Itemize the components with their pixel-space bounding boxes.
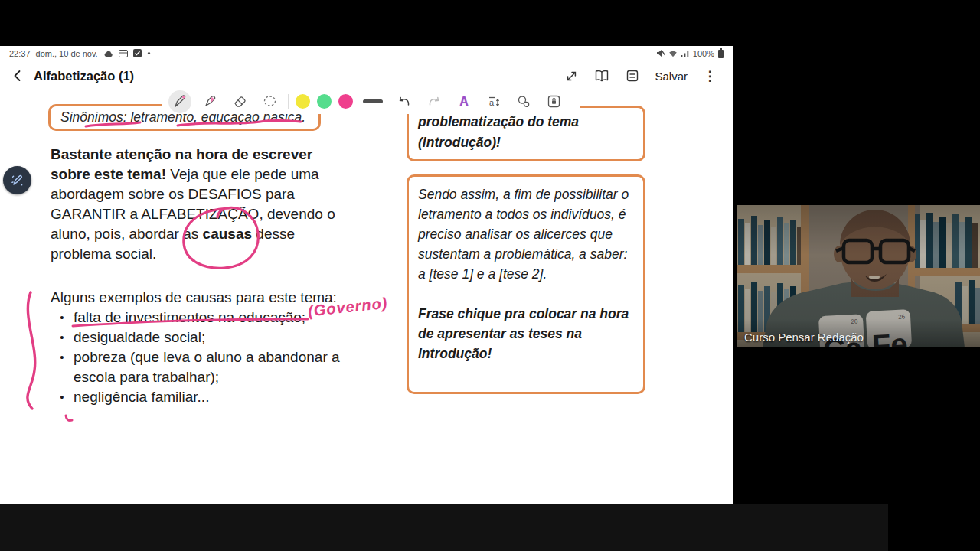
- note-title: Alfabetização (1): [34, 69, 134, 83]
- ink-left-bracket: [28, 292, 35, 409]
- list-item: •pobreza (que leva o aluno a abandonar a…: [51, 347, 357, 387]
- paragraph-segment: sobre este tema!: [51, 166, 166, 182]
- text-size-icon[interactable]: a: [482, 90, 505, 113]
- bullet-dot: •: [51, 387, 74, 407]
- color-green-swatch[interactable]: [317, 94, 332, 109]
- drawing-toolbar: A a: [162, 89, 580, 114]
- thesis-box: Sendo assim, a fim de possibilitar o let…: [407, 174, 645, 394]
- reading-mode-icon[interactable]: [590, 64, 613, 87]
- redo-icon[interactable]: [423, 90, 446, 113]
- page-list-icon[interactable]: [621, 64, 644, 87]
- battery-percent: 100%: [693, 49, 714, 58]
- fullscreen-icon[interactable]: [560, 64, 583, 87]
- toolbar-divider: [288, 94, 289, 109]
- webcam-scene: 20 26 Ca Fe: [737, 205, 980, 347]
- list-item-text: desigualdade social;: [74, 328, 357, 347]
- causes-bullets: •falta de investimentos na educação;•des…: [51, 308, 357, 407]
- paragraph-segment: causas: [203, 226, 252, 242]
- spen-air-command-button[interactable]: [3, 166, 31, 194]
- wifi-icon: [668, 50, 678, 57]
- paragraph-segment: desse: [252, 226, 295, 242]
- list-item: •desigualdade social;: [51, 328, 357, 347]
- bullet-dot: •: [51, 328, 74, 347]
- paragraph-segment: aluno, pois, abordar as: [51, 226, 203, 242]
- screen-share-tablet: 22:37 dom., 10 de nov.: [0, 46, 733, 504]
- pen-tool-icon[interactable]: [168, 90, 191, 113]
- save-button[interactable]: Salvar: [652, 70, 691, 83]
- app-header: Alfabetização (1) Salvar ⋮: [0, 60, 733, 91]
- bullet-dot: •: [51, 308, 74, 328]
- battery-icon: [717, 48, 724, 58]
- attention-paragraph: Bastante atenção na hora de escreversobr…: [51, 145, 380, 264]
- signal-icon: [681, 50, 690, 57]
- color-yellow-swatch[interactable]: [296, 94, 310, 109]
- paragraph-segment: Veja que ele pede uma: [166, 166, 319, 182]
- back-button[interactable]: [5, 63, 31, 89]
- list-item: •negligência familiar...: [51, 387, 357, 407]
- list-item-text: pobreza (que leva o aluno a abandonar a …: [74, 347, 357, 387]
- list-item-text: negligência familiar...: [74, 387, 357, 407]
- thesis-note: Frase chique pra colocar na hora de apre…: [418, 304, 634, 364]
- paragraph-segment: Bastante atenção na hora de escrever: [51, 146, 312, 162]
- paragraph-segment: GARANTIR a ALFABETIZAÇÃO, devendo o: [51, 206, 335, 222]
- mute-icon: [656, 49, 665, 57]
- ink-small-tick: [66, 416, 72, 420]
- undo-icon[interactable]: [393, 90, 416, 113]
- shapes-icon[interactable]: [512, 90, 535, 113]
- letterbox-bottom: [0, 504, 888, 551]
- status-time: 22:37: [9, 49, 31, 58]
- status-bar: 22:37 dom., 10 de nov.: [0, 46, 733, 60]
- eraser-tool-icon[interactable]: [228, 90, 251, 113]
- participant-name-label: Curso Pensar Redação: [744, 331, 864, 344]
- notification-dot-icon: [147, 51, 151, 55]
- lasso-select-icon[interactable]: [258, 90, 281, 113]
- spen-icon: [10, 173, 24, 187]
- color-pink-swatch[interactable]: [338, 94, 353, 109]
- thesis-model-sentence: Sendo assim, a fim de possibilitar o let…: [418, 184, 634, 284]
- stroke-width-icon[interactable]: [363, 99, 383, 103]
- cloud-icon: [103, 50, 113, 57]
- window-icon: [119, 50, 128, 57]
- svg-text:a: a: [489, 98, 495, 107]
- lock-icon[interactable]: [542, 90, 565, 113]
- font-style-icon[interactable]: A: [452, 90, 475, 113]
- paragraph-segment: problema social.: [51, 246, 156, 262]
- webcam-video: 20 26 Ca Fe Curso Pensar Redação: [737, 205, 980, 347]
- problematization-text: problematização do tema (introdução)!: [418, 114, 579, 150]
- bullet-dot: •: [51, 347, 74, 387]
- highlighter-tool-icon[interactable]: [198, 90, 221, 113]
- more-menu-icon[interactable]: ⋮: [698, 64, 721, 87]
- status-date: dom., 10 de nov.: [36, 49, 98, 58]
- paragraph-segment: abordagem sobre os DESAFIOS para: [51, 186, 295, 202]
- checkbox-icon: [133, 49, 142, 57]
